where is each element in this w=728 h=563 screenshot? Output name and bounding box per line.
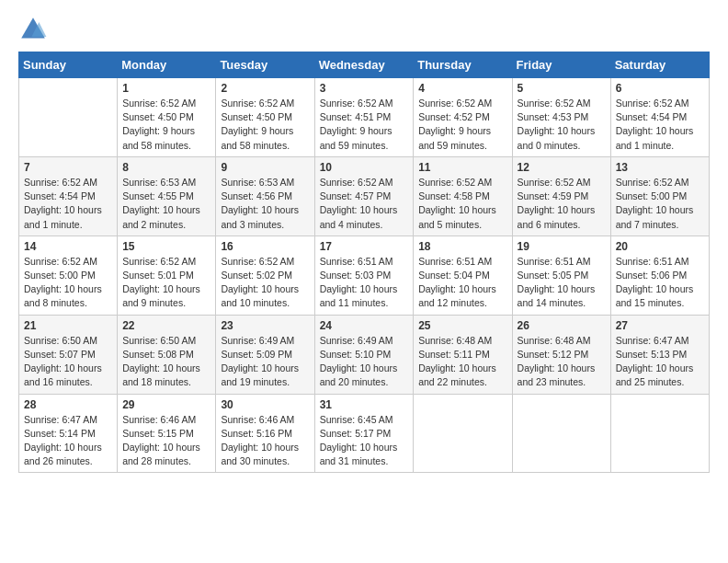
day-info: Sunrise: 6:49 AM Sunset: 5:10 PM Dayligh… [320, 334, 409, 390]
day-info: Sunrise: 6:51 AM Sunset: 5:05 PM Dayligh… [518, 255, 606, 311]
calendar-week-row: 1Sunrise: 6:52 AM Sunset: 4:50 PM Daylig… [19, 78, 710, 157]
day-info: Sunrise: 6:48 AM Sunset: 5:12 PM Dayligh… [518, 334, 606, 390]
day-number: 3 [320, 82, 409, 95]
calendar-cell: 21Sunrise: 6:50 AM Sunset: 5:07 PM Dayli… [19, 315, 118, 394]
day-info: Sunrise: 6:52 AM Sunset: 4:50 PM Dayligh… [122, 97, 210, 153]
day-number: 10 [320, 161, 409, 174]
day-number: 4 [418, 82, 506, 95]
day-info: Sunrise: 6:51 AM Sunset: 5:06 PM Dayligh… [616, 255, 704, 311]
day-number: 17 [320, 240, 409, 253]
calendar-cell: 4Sunrise: 6:52 AM Sunset: 4:52 PM Daylig… [414, 78, 512, 157]
calendar-cell [19, 78, 118, 157]
day-info: Sunrise: 6:52 AM Sunset: 4:54 PM Dayligh… [616, 97, 704, 153]
weekday-header-wednesday: Wednesday [314, 52, 414, 78]
day-info: Sunrise: 6:51 AM Sunset: 5:04 PM Dayligh… [418, 255, 506, 311]
calendar-cell [610, 394, 709, 473]
day-number: 7 [24, 161, 112, 174]
day-info: Sunrise: 6:52 AM Sunset: 5:00 PM Dayligh… [616, 176, 704, 232]
day-info: Sunrise: 6:52 AM Sunset: 4:57 PM Dayligh… [320, 176, 409, 232]
calendar-cell: 31Sunrise: 6:45 AM Sunset: 5:17 PM Dayli… [314, 394, 414, 473]
calendar-cell: 13Sunrise: 6:52 AM Sunset: 5:00 PM Dayli… [610, 156, 709, 236]
calendar-cell: 28Sunrise: 6:47 AM Sunset: 5:14 PM Dayli… [19, 394, 118, 473]
day-info: Sunrise: 6:52 AM Sunset: 4:52 PM Dayligh… [418, 97, 506, 153]
day-number: 15 [122, 240, 210, 253]
day-number: 1 [122, 82, 210, 95]
calendar-cell: 19Sunrise: 6:51 AM Sunset: 5:05 PM Dayli… [512, 236, 610, 315]
day-info: Sunrise: 6:48 AM Sunset: 5:11 PM Dayligh… [418, 334, 506, 390]
calendar-cell: 7Sunrise: 6:52 AM Sunset: 4:54 PM Daylig… [19, 156, 118, 236]
day-info: Sunrise: 6:53 AM Sunset: 4:55 PM Dayligh… [122, 176, 210, 232]
calendar-cell: 25Sunrise: 6:48 AM Sunset: 5:11 PM Dayli… [414, 315, 512, 394]
day-number: 12 [518, 161, 606, 174]
logo [18, 15, 51, 44]
weekday-header-thursday: Thursday [414, 52, 512, 78]
day-number: 29 [122, 398, 210, 411]
calendar-cell: 26Sunrise: 6:48 AM Sunset: 5:12 PM Dayli… [512, 315, 610, 394]
calendar-cell: 3Sunrise: 6:52 AM Sunset: 4:51 PM Daylig… [314, 78, 414, 157]
day-info: Sunrise: 6:52 AM Sunset: 4:54 PM Dayligh… [24, 176, 112, 232]
calendar-cell: 15Sunrise: 6:52 AM Sunset: 5:01 PM Dayli… [118, 236, 216, 315]
calendar-cell: 22Sunrise: 6:50 AM Sunset: 5:08 PM Dayli… [118, 315, 216, 394]
day-info: Sunrise: 6:50 AM Sunset: 5:08 PM Dayligh… [122, 334, 210, 390]
calendar-week-row: 28Sunrise: 6:47 AM Sunset: 5:14 PM Dayli… [19, 394, 710, 473]
weekday-header-sunday: Sunday [19, 52, 118, 78]
day-info: Sunrise: 6:52 AM Sunset: 5:00 PM Dayligh… [24, 255, 112, 311]
day-number: 9 [221, 161, 309, 174]
calendar-cell: 16Sunrise: 6:52 AM Sunset: 5:02 PM Dayli… [216, 236, 314, 315]
calendar-cell: 20Sunrise: 6:51 AM Sunset: 5:06 PM Dayli… [610, 236, 709, 315]
calendar-cell: 27Sunrise: 6:47 AM Sunset: 5:13 PM Dayli… [610, 315, 709, 394]
weekday-header-row: SundayMondayTuesdayWednesdayThursdayFrid… [19, 52, 710, 78]
day-info: Sunrise: 6:52 AM Sunset: 5:02 PM Dayligh… [221, 255, 309, 311]
day-info: Sunrise: 6:47 AM Sunset: 5:13 PM Dayligh… [616, 334, 704, 390]
calendar-cell: 30Sunrise: 6:46 AM Sunset: 5:16 PM Dayli… [216, 394, 314, 473]
calendar-cell: 10Sunrise: 6:52 AM Sunset: 4:57 PM Dayli… [314, 156, 414, 236]
day-number: 31 [320, 398, 409, 411]
day-number: 13 [616, 161, 704, 174]
day-number: 18 [418, 240, 506, 253]
day-info: Sunrise: 6:46 AM Sunset: 5:15 PM Dayligh… [122, 413, 210, 469]
day-number: 21 [24, 319, 112, 332]
calendar-cell: 11Sunrise: 6:52 AM Sunset: 4:58 PM Dayli… [414, 156, 512, 236]
day-info: Sunrise: 6:52 AM Sunset: 5:01 PM Dayligh… [122, 255, 210, 311]
weekday-header-saturday: Saturday [610, 52, 709, 78]
weekday-header-tuesday: Tuesday [216, 52, 314, 78]
day-number: 19 [518, 240, 606, 253]
calendar-table: SundayMondayTuesdayWednesdayThursdayFrid… [18, 52, 710, 473]
day-number: 16 [221, 240, 309, 253]
calendar-cell: 14Sunrise: 6:52 AM Sunset: 5:00 PM Dayli… [19, 236, 118, 315]
day-number: 25 [418, 319, 506, 332]
calendar-cell: 12Sunrise: 6:52 AM Sunset: 4:59 PM Dayli… [512, 156, 610, 236]
day-number: 6 [616, 82, 704, 95]
calendar-cell: 5Sunrise: 6:52 AM Sunset: 4:53 PM Daylig… [512, 78, 610, 157]
day-info: Sunrise: 6:45 AM Sunset: 5:17 PM Dayligh… [320, 413, 409, 469]
day-number: 11 [418, 161, 506, 174]
weekday-header-friday: Friday [512, 52, 610, 78]
calendar-week-row: 14Sunrise: 6:52 AM Sunset: 5:00 PM Dayli… [19, 236, 710, 315]
day-number: 5 [518, 82, 606, 95]
calendar-cell [512, 394, 610, 473]
calendar-cell: 2Sunrise: 6:52 AM Sunset: 4:50 PM Daylig… [216, 78, 314, 157]
calendar-cell: 29Sunrise: 6:46 AM Sunset: 5:15 PM Dayli… [118, 394, 216, 473]
page-header [18, 15, 710, 44]
day-info: Sunrise: 6:52 AM Sunset: 4:59 PM Dayligh… [518, 176, 606, 232]
calendar-week-row: 7Sunrise: 6:52 AM Sunset: 4:54 PM Daylig… [19, 156, 710, 236]
day-number: 14 [24, 240, 112, 253]
day-number: 2 [221, 82, 309, 95]
calendar-cell: 9Sunrise: 6:53 AM Sunset: 4:56 PM Daylig… [216, 156, 314, 236]
day-number: 30 [221, 398, 309, 411]
day-info: Sunrise: 6:51 AM Sunset: 5:03 PM Dayligh… [320, 255, 409, 311]
day-info: Sunrise: 6:52 AM Sunset: 4:53 PM Dayligh… [518, 97, 606, 153]
day-number: 23 [221, 319, 309, 332]
calendar-cell: 6Sunrise: 6:52 AM Sunset: 4:54 PM Daylig… [610, 78, 709, 157]
day-info: Sunrise: 6:50 AM Sunset: 5:07 PM Dayligh… [24, 334, 112, 390]
day-info: Sunrise: 6:52 AM Sunset: 4:51 PM Dayligh… [320, 97, 409, 153]
day-info: Sunrise: 6:53 AM Sunset: 4:56 PM Dayligh… [221, 176, 309, 232]
calendar-cell [414, 394, 512, 473]
day-number: 24 [320, 319, 409, 332]
calendar-cell: 1Sunrise: 6:52 AM Sunset: 4:50 PM Daylig… [118, 78, 216, 157]
calendar-cell: 17Sunrise: 6:51 AM Sunset: 5:03 PM Dayli… [314, 236, 414, 315]
calendar-cell: 8Sunrise: 6:53 AM Sunset: 4:55 PM Daylig… [118, 156, 216, 236]
calendar-cell: 18Sunrise: 6:51 AM Sunset: 5:04 PM Dayli… [414, 236, 512, 315]
calendar-cell: 24Sunrise: 6:49 AM Sunset: 5:10 PM Dayli… [314, 315, 414, 394]
calendar-week-row: 21Sunrise: 6:50 AM Sunset: 5:07 PM Dayli… [19, 315, 710, 394]
